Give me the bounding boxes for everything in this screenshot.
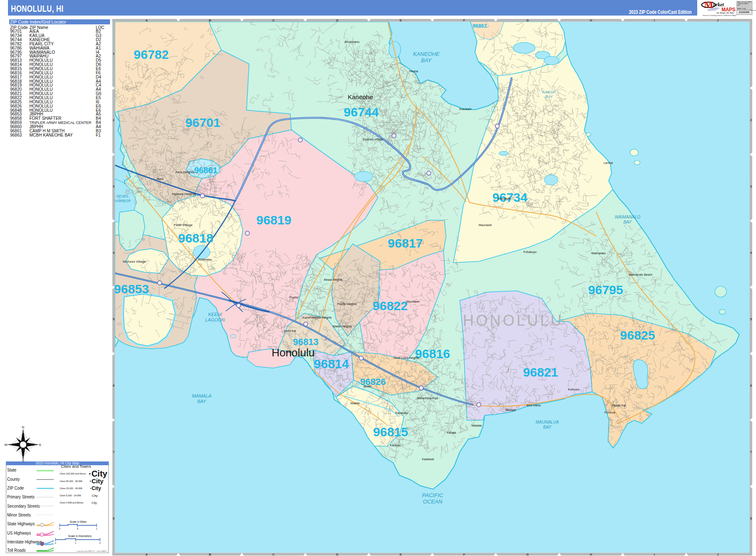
svg-text:1: 1 <box>96 527 97 530</box>
svg-text:Waikiki: Waikiki <box>350 402 360 405</box>
svg-text:E: E <box>399 553 402 556</box>
svg-text:B: B <box>209 18 211 22</box>
svg-text:PEARL: PEARL <box>116 194 129 198</box>
svg-text:BAY: BAY <box>197 399 206 404</box>
svg-text:Wilhelmina Rise: Wilhelmina Rise <box>417 397 438 400</box>
svg-text:PACIFIC: PACIFIC <box>422 492 444 498</box>
svg-text:Cities 25,000 - 49,999: Cities 25,000 - 49,999 <box>60 487 82 490</box>
svg-text:BAY: BAY <box>421 57 432 63</box>
svg-text:Kuliouou: Kuliouou <box>568 388 579 391</box>
svg-text:D: D <box>336 553 339 556</box>
svg-text:D: D <box>336 18 339 22</box>
svg-text:Copyrighted by MAPSCO · Market: Copyrighted by MAPSCO · MarketMAPS <box>76 550 107 552</box>
svg-text:Aliamanu: Aliamanu <box>198 258 212 261</box>
svg-text:Puohala Village: Puohala Village <box>363 138 383 141</box>
svg-text:America's Leading Source of B: America's Leading Source of Business Map… <box>702 14 737 16</box>
svg-text:Cities 4,999 and Below: Cities 4,999 and Below <box>60 501 83 504</box>
svg-text:G: G <box>526 18 529 22</box>
svg-text:Waialae: Waialae <box>471 424 482 427</box>
svg-text:·City: ·City <box>91 494 97 498</box>
svg-text:Kokokahi: Kokokahi <box>459 108 472 111</box>
svg-text:2: 2 <box>99 542 100 544</box>
svg-text:0: 0 <box>59 527 60 530</box>
svg-text:96744: 96744 <box>344 105 379 119</box>
svg-text:7: 7 <box>750 450 752 454</box>
svg-text:Aina Haina: Aina Haina <box>526 404 541 407</box>
svg-text:96816: 96816 <box>415 347 450 361</box>
svg-text:8: 8 <box>113 516 114 520</box>
svg-text:1: 1 <box>75 542 76 544</box>
svg-text:HARBOR: HARBOR <box>115 199 131 203</box>
svg-text:H: H <box>590 553 592 556</box>
svg-text:Scale in Kilometers: Scale in Kilometers <box>68 535 92 538</box>
svg-text:KANEOHE: KANEOHE <box>413 51 440 57</box>
svg-text:·City: ·City <box>89 477 104 485</box>
svg-text:Aiea Heights: Aiea Heights <box>175 170 194 174</box>
svg-text:2: 2 <box>113 118 114 122</box>
svg-text:·City: ·City <box>90 485 101 491</box>
svg-text:96782: 96782 <box>134 47 168 61</box>
svg-text:Pohakupu: Pohakupu <box>523 250 537 254</box>
svg-text:Ahuimanu: Ahuimanu <box>344 40 360 44</box>
svg-text:96818: 96818 <box>178 231 213 245</box>
svg-text:Kapahulu: Kapahulu <box>395 411 408 415</box>
svg-text:Halawa Heights: Halawa Heights <box>172 192 196 196</box>
svg-text:Saint Louis Heights: Saint Louis Heights <box>394 356 419 360</box>
svg-text:F: F <box>463 18 465 22</box>
svg-text:6: 6 <box>750 384 752 387</box>
svg-text:F: F <box>463 553 465 556</box>
svg-text:C: C <box>272 18 275 22</box>
svg-text:C: C <box>272 553 275 556</box>
svg-text:7: 7 <box>113 450 114 454</box>
svg-text:Iwilei: Iwilei <box>286 350 292 353</box>
svg-text:5: 5 <box>750 317 752 321</box>
svg-text:BAY: BAY <box>545 95 553 99</box>
svg-text:Pearl Village: Pearl Village <box>174 223 193 227</box>
svg-text:MAMALA: MAMALA <box>192 393 211 398</box>
svg-text:On Target. On Time.: On Target. On Time. <box>717 12 735 14</box>
svg-text:AIEA: AIEA <box>136 187 143 190</box>
svg-text:Kalihi Kai: Kalihi Kai <box>284 329 296 332</box>
svg-text:HONOLULU: HONOLULU <box>463 312 564 329</box>
svg-text:6: 6 <box>113 384 114 387</box>
svg-text:Cities 5,000 - 24,999: Cities 5,000 - 24,999 <box>60 494 81 497</box>
svg-text:96795: 96795 <box>588 283 623 297</box>
svg-text:Honolulu: Honolulu <box>272 346 315 359</box>
svg-text:·City: ·City <box>91 501 97 505</box>
svg-text:Pacific Heights: Pacific Heights <box>337 303 357 306</box>
svg-text:Cities and Towns: Cities and Towns <box>61 464 91 469</box>
svg-text:MAUNALUA: MAUNALUA <box>536 420 559 424</box>
svg-text:Maunawili: Maunawili <box>478 224 492 227</box>
svg-text:LAGOON: LAGOON <box>205 317 225 322</box>
svg-text:Kahala: Kahala <box>447 431 456 434</box>
svg-text:BAY: BAY <box>543 425 552 430</box>
svg-text:OCEAN: OCEAN <box>423 498 443 505</box>
svg-text:B: B <box>209 553 211 556</box>
svg-text:Wailupe: Wailupe <box>505 408 516 412</box>
svg-text:96815: 96815 <box>373 425 408 439</box>
svg-text:McKees Village: McKees Village <box>123 260 147 264</box>
svg-text:Aiea: Aiea <box>157 177 164 181</box>
svg-text:96853: 96853 <box>114 282 149 296</box>
svg-text:W: W <box>4 443 8 447</box>
svg-text:96821: 96821 <box>523 365 558 379</box>
svg-text:96813: 96813 <box>293 337 318 347</box>
svg-text:5: 5 <box>113 317 114 321</box>
svg-text:.5: .5 <box>76 527 79 530</box>
svg-text:J: J <box>717 553 719 556</box>
svg-text:Kaneohe: Kaneohe <box>348 93 373 100</box>
svg-text:3: 3 <box>750 184 752 188</box>
svg-text:96819: 96819 <box>256 213 291 227</box>
svg-text:A: A <box>145 18 148 22</box>
svg-text:Alewa Heights: Alewa Heights <box>324 278 343 282</box>
svg-text:E: E <box>399 18 402 22</box>
svg-text:2: 2 <box>750 118 752 122</box>
svg-text:1: 1 <box>113 52 114 55</box>
svg-text:BAY: BAY <box>623 220 632 224</box>
svg-text:0: 0 <box>55 542 56 544</box>
svg-text:Cities 50,000 - 99,999: Cities 50,000 - 99,999 <box>60 480 82 482</box>
svg-text:BAY: BAY <box>137 190 143 193</box>
svg-text:Waimanalo Beach: Waimanalo Beach <box>629 273 653 276</box>
svg-text:Kamehameha Heights: Kamehameha Heights <box>302 316 332 319</box>
svg-text:WAIMANALO: WAIMANALO <box>615 215 640 219</box>
